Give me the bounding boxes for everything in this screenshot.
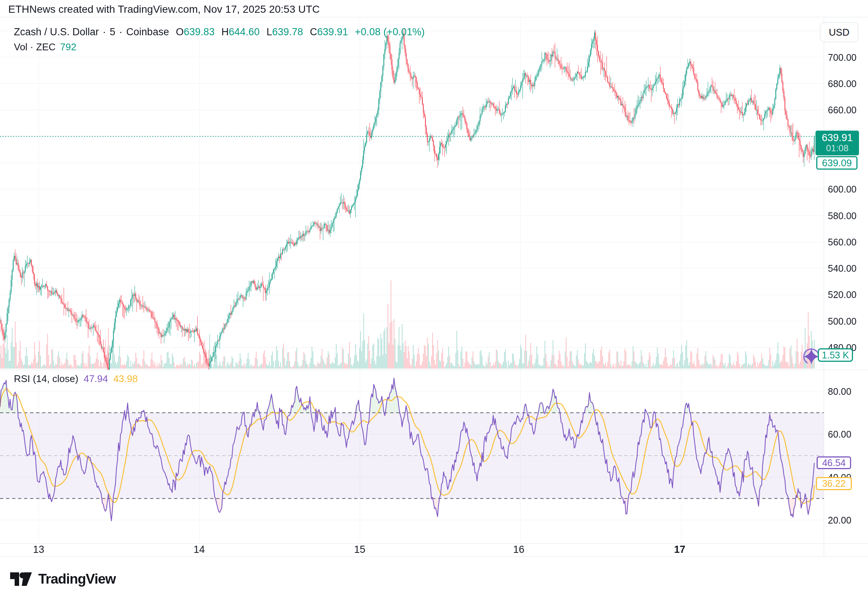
price-tick-700: 700.00	[828, 52, 867, 63]
volume-label: Vol · ZEC	[14, 41, 55, 53]
price-tick-500: 500.00	[828, 316, 867, 327]
header-divider	[0, 17, 868, 17]
rsi-tick-20: 20.00	[828, 515, 867, 526]
last-price-value: 639.91	[816, 132, 859, 143]
frame-bottom-line	[0, 556, 868, 557]
secondary-price-badge: 639.09	[816, 156, 857, 170]
chart-plot-area[interactable]	[0, 0, 868, 602]
time-label-14[interactable]: 14	[194, 544, 205, 556]
rsi-tick-60: 60.00	[828, 429, 867, 440]
price-axis-divider	[824, 17, 824, 556]
volume-value: 792	[60, 41, 76, 53]
legend-separator2: ·	[119, 26, 122, 38]
rsi-legend[interactable]: RSI (14, close) 47.94 43.98	[14, 373, 138, 385]
price-tick-520: 520.00	[828, 289, 867, 300]
time-label-13[interactable]: 13	[33, 544, 44, 556]
symbol-legend[interactable]: Zcash / U.S. Dollar · 5 · Coinbase O639.…	[14, 26, 425, 38]
price-tick-660: 660.00	[828, 105, 867, 115]
rsi-ma-value: 43.98	[113, 373, 138, 385]
legend-separator: ·	[103, 26, 106, 38]
exchange-label[interactable]: Coinbase	[126, 26, 169, 38]
panel-divider-volume-rsi[interactable]	[0, 370, 868, 370]
ohlc-open: O639.83	[176, 26, 215, 38]
interval-label[interactable]: 5	[110, 26, 116, 38]
symbol-name[interactable]: Zcash / U.S. Dollar	[14, 26, 99, 38]
rsi-value: 47.94	[84, 373, 108, 385]
rsi-ma-value-badge: 36.22	[816, 477, 852, 490]
tradingview-chart-page: ETHNews created with TradingView.com, No…	[0, 0, 868, 602]
page-title: ETHNews created with TradingView.com, No…	[8, 3, 320, 15]
last-price-badge: 639.91 01:08	[816, 131, 859, 155]
ohlc-low: L639.78	[266, 26, 303, 38]
panel-divider-rsi-timeaxis	[0, 544, 868, 544]
brand-name: TradingView	[38, 571, 116, 587]
rsi-title: RSI (14, close)	[14, 373, 78, 385]
time-label-17[interactable]: 17	[674, 544, 685, 556]
tradingview-branding[interactable]: TradingView	[10, 571, 116, 587]
rsi-tick-80: 80.00	[828, 386, 867, 397]
tradingview-logo-icon	[10, 572, 32, 586]
bar-countdown: 01:08	[816, 143, 859, 154]
currency-button[interactable]: USD	[820, 23, 858, 42]
ohlc-high: H644.60	[221, 26, 260, 38]
price-tick-540: 540.00	[828, 263, 867, 274]
time-label-16[interactable]: 16	[513, 544, 524, 556]
price-change: +0.08 (+0.01%)	[355, 26, 425, 38]
price-tick-560: 560.00	[828, 237, 867, 248]
price-tick-580: 580.00	[828, 210, 867, 221]
time-label-15[interactable]: 15	[354, 544, 365, 556]
volume-legend[interactable]: Vol · ZEC 792	[14, 41, 77, 53]
price-tick-600: 600.00	[828, 184, 867, 195]
ohlc-close: C639.91	[310, 26, 348, 38]
rsi-value-badge: 46.54	[817, 456, 851, 469]
price-tick-680: 680.00	[828, 78, 867, 89]
volume-badge: 1.53 K	[818, 348, 853, 362]
